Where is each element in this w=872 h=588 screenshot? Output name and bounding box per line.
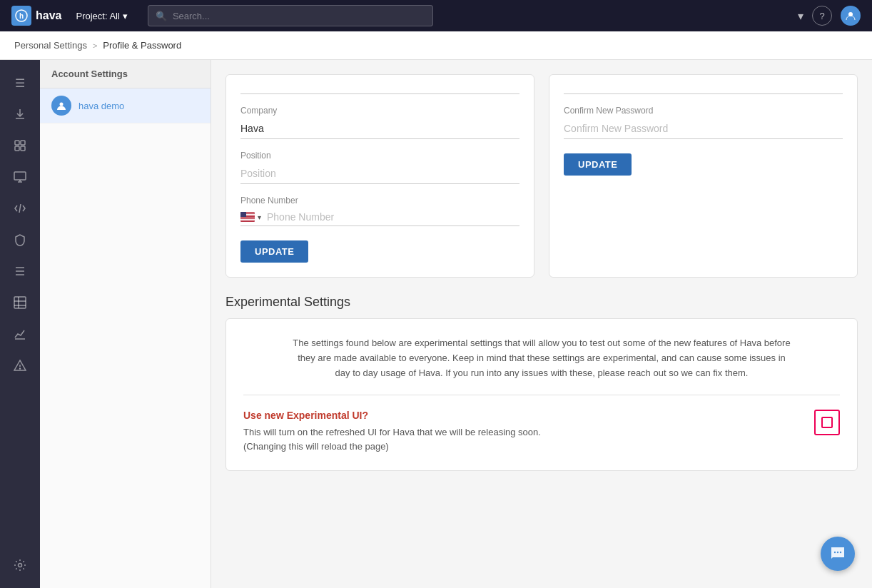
svg-rect-4 — [21, 141, 25, 145]
sidebar-item-download[interactable] — [6, 100, 34, 128]
experimental-feature-label: Use new Experimental UI? — [243, 410, 541, 421]
cards-row: Company Position Phone Number — [225, 74, 858, 278]
confirm-password-label: Confirm New Password — [564, 106, 843, 116]
checkbox-inner — [821, 417, 833, 428]
sidebar-item-alert[interactable] — [6, 351, 34, 380]
phone-flag-selector[interactable]: ▾ — [240, 212, 267, 222]
project-chevron-icon: ▾ — [123, 11, 128, 21]
position-input[interactable] — [240, 163, 519, 184]
breadcrumb-current: Profile & Password — [103, 40, 181, 51]
us-flag-icon — [240, 212, 255, 222]
form-group-position: Position — [240, 151, 519, 184]
svg-point-19 — [60, 103, 64, 106]
password-update-wrapper: UPDATE — [564, 153, 843, 176]
experimental-feature-desc1: This will turn on the refreshed UI for H… — [243, 425, 541, 440]
project-label: Project: All — [76, 11, 119, 21]
logo-icon: h — [11, 6, 31, 26]
experimental-feature-desc2: (Changing this will reload the page) — [243, 440, 541, 454]
logo-text: hava — [36, 9, 61, 22]
chat-button[interactable] — [821, 537, 855, 571]
svg-rect-3 — [15, 141, 19, 145]
company-label: Company — [240, 106, 519, 116]
project-selector[interactable]: Project: All ▾ — [70, 8, 133, 24]
help-icon[interactable]: ? — [812, 6, 832, 26]
profile-card: Company Position Phone Number — [225, 74, 534, 278]
experimental-card: The settings found below are experimenta… — [225, 318, 858, 471]
icon-sidebar: ☰ — [0, 60, 40, 588]
experimental-divider — [243, 395, 840, 395]
svg-point-21 — [837, 552, 838, 553]
form-group-company: Company — [240, 106, 519, 139]
phone-flag-chevron: ▾ — [258, 213, 261, 221]
svg-point-17 — [20, 368, 21, 369]
profile-update-wrapper: UPDATE — [240, 240, 519, 263]
svg-point-20 — [834, 552, 836, 553]
svg-rect-5 — [15, 146, 19, 151]
user-avatar-small — [51, 96, 71, 116]
logo[interactable]: h hava — [11, 6, 61, 26]
account-settings-label: Account Settings — [40, 60, 211, 88]
sidebar-item-shield[interactable] — [6, 225, 34, 254]
sidebar-item-monitor[interactable] — [6, 163, 34, 191]
svg-rect-11 — [14, 297, 26, 308]
breadcrumb-parent[interactable]: Personal Settings — [14, 40, 87, 51]
breadcrumb: Personal Settings > Profile & Password — [0, 31, 872, 60]
svg-text:h: h — [19, 12, 24, 20]
phone-label: Phone Number — [240, 196, 519, 206]
breadcrumb-separator: > — [93, 41, 97, 50]
sidebar-user-item[interactable]: hava demo — [40, 88, 211, 123]
company-input[interactable] — [240, 118, 519, 139]
sidebar-item-grid[interactable] — [6, 131, 34, 160]
user-name: hava demo — [78, 101, 124, 111]
sidebar-item-menu[interactable]: ☰ — [6, 69, 34, 97]
search-bar: 🔍 — [148, 5, 433, 26]
experimental-ui-checkbox[interactable] — [814, 410, 840, 435]
nav-right: ▾ ? — [798, 6, 861, 26]
sidebar-item-chart[interactable] — [6, 320, 34, 348]
position-label: Position — [240, 151, 519, 161]
svg-point-22 — [840, 552, 841, 553]
sidebar-item-settings[interactable] — [6, 551, 34, 579]
form-group-pw-above — [564, 89, 843, 94]
svg-point-18 — [19, 564, 22, 567]
profile-update-button[interactable]: UPDATE — [240, 240, 308, 263]
nav-dropdown-icon[interactable]: ▾ — [798, 9, 803, 23]
form-group-above — [240, 89, 519, 94]
experimental-title: Experimental Settings — [225, 295, 858, 310]
phone-number-input[interactable] — [267, 211, 519, 223]
user-avatar[interactable] — [841, 6, 861, 26]
experimental-section: Experimental Settings The settings found… — [225, 295, 858, 471]
svg-rect-7 — [14, 172, 26, 180]
svg-rect-6 — [21, 146, 25, 151]
sidebar-item-table[interactable] — [6, 288, 34, 317]
password-card: Confirm New Password UPDATE — [549, 74, 858, 278]
sidebar-item-code[interactable] — [6, 194, 34, 223]
search-input[interactable] — [173, 11, 425, 21]
sidebar-item-list[interactable] — [6, 257, 34, 285]
confirm-password-input[interactable] — [564, 118, 843, 139]
form-group-confirm-password: Confirm New Password — [564, 106, 843, 139]
search-icon: 🔍 — [156, 11, 167, 21]
main-content: Company Position Phone Number — [211, 60, 872, 588]
experimental-feature-info: Use new Experimental UI? This will turn … — [243, 410, 541, 453]
top-nav: h hava Project: All ▾ 🔍 ▾ ? — [0, 0, 872, 31]
layout: ☰ — [0, 60, 872, 588]
phone-input-wrapper: ▾ — [240, 208, 519, 226]
experimental-feature-row: Use new Experimental UI? This will turn … — [243, 410, 840, 453]
nav-sidebar: Account Settings hava demo — [40, 60, 211, 588]
form-group-phone: Phone Number ▾ — [240, 196, 519, 226]
password-update-button[interactable]: UPDATE — [564, 153, 632, 176]
experimental-description: The settings found below are experimenta… — [292, 336, 791, 380]
